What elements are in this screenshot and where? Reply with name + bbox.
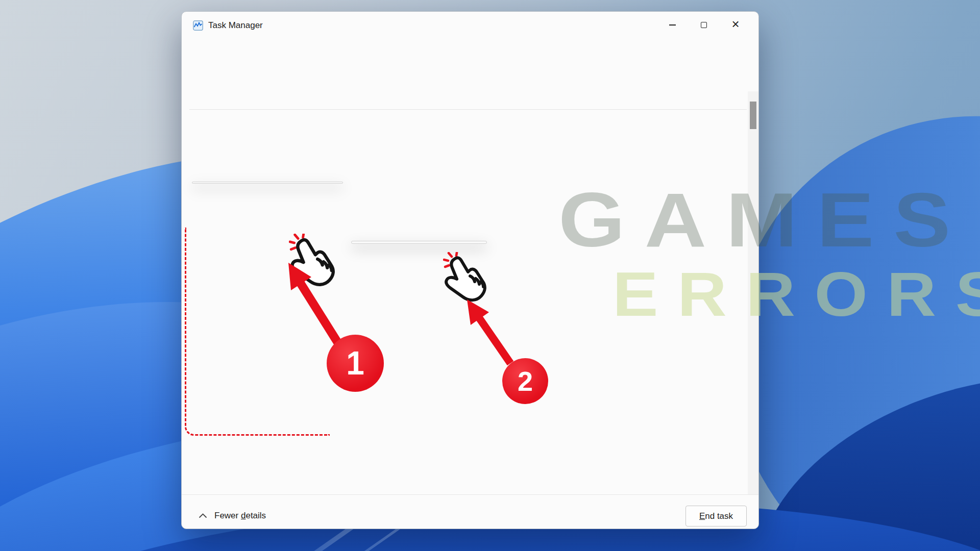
close-button[interactable]: × bbox=[720, 16, 751, 34]
end-task-button[interactable]: End task bbox=[685, 506, 747, 527]
screenshot-stage: Task Manager × Fewer details End task GA… bbox=[0, 0, 980, 551]
titlebar: Task Manager bbox=[193, 17, 263, 34]
close-icon: × bbox=[731, 17, 739, 31]
maximize-button[interactable] bbox=[688, 16, 720, 34]
vertical-scrollbar[interactable] bbox=[748, 91, 758, 494]
window-title: Task Manager bbox=[208, 20, 263, 31]
fewer-details-toggle[interactable]: Fewer details bbox=[199, 511, 266, 521]
task-manager-icon bbox=[193, 20, 203, 31]
scrollbar-thumb[interactable] bbox=[750, 102, 756, 129]
minimize-button[interactable] bbox=[656, 16, 688, 34]
footer-separator bbox=[182, 494, 758, 495]
context-menu bbox=[192, 182, 343, 184]
minimize-icon bbox=[669, 24, 676, 26]
maximize-icon bbox=[701, 22, 707, 28]
priority-submenu bbox=[351, 241, 487, 244]
chevron-up-icon bbox=[199, 513, 207, 518]
window-controls: × bbox=[656, 16, 751, 34]
table-header bbox=[189, 91, 747, 110]
fewer-details-label: Fewer details bbox=[214, 511, 266, 521]
annotation-dashed-box bbox=[185, 228, 330, 436]
end-task-label: End task bbox=[699, 511, 733, 521]
